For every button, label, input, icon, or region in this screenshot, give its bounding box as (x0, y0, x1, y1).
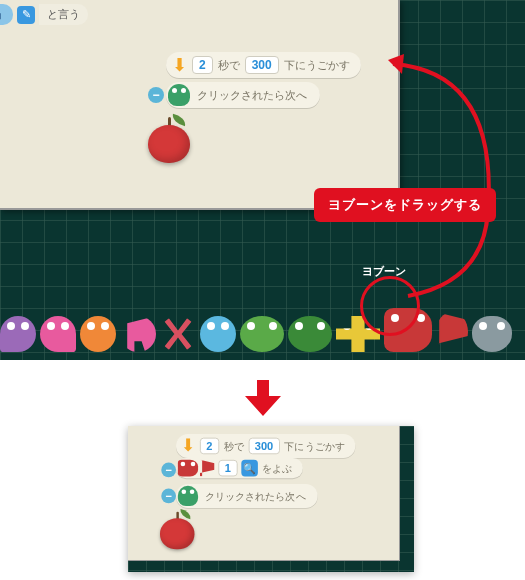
click-label: クリックされたら次へ (197, 88, 307, 103)
apple-sprite[interactable] (160, 510, 198, 551)
distance-input[interactable]: 300 (248, 438, 279, 455)
move-block[interactable]: ⬇ 2 秒で 300 下にうごかす (176, 434, 355, 458)
char-darkgreen-loop[interactable] (288, 316, 332, 352)
call-block[interactable]: − 1 🔍 をよぶ (176, 458, 303, 478)
click-label: クリックされたら次へ (205, 489, 306, 503)
move-tail-label: 下にうごかす (284, 58, 350, 73)
char-clock[interactable] (200, 316, 236, 352)
pencil-icon[interactable]: ✎ (17, 6, 35, 24)
down-arrow-icon: ⬇ (178, 436, 198, 456)
say-block[interactable]: クし..」 ✎ と言う (0, 4, 88, 25)
turtle-icon (168, 84, 190, 106)
script-canvas[interactable]: クし..」 ✎ と言う ⬇ 2 秒で 300 下にうごかす − クリックされたら… (0, 0, 400, 210)
flag-icon (200, 460, 215, 477)
magnifier-icon[interactable]: 🔍 (241, 460, 258, 477)
char-pink-speech[interactable] (40, 316, 76, 352)
down-arrow-icon: ⬇ (168, 54, 190, 76)
apple-body (148, 125, 190, 163)
apple-sprite[interactable] (148, 115, 194, 165)
svg-marker-1 (245, 380, 281, 416)
click-wait-block[interactable]: − クリックされたら次へ (166, 82, 320, 108)
seconds-input[interactable]: 2 (192, 56, 213, 74)
move-tail-label: 下にうごかす (284, 439, 345, 453)
script-canvas-result[interactable]: ⬇ 2 秒で 300 下にうごかす − 1 🔍 をよぶ − クリックされたら次へ (128, 426, 400, 561)
flow-arrow-icon (243, 378, 283, 418)
char-megaphone-yobun[interactable] (384, 308, 432, 352)
say-label: と言う (39, 4, 88, 25)
seconds-label: 秒で (218, 58, 240, 73)
char-mouse[interactable] (472, 316, 512, 352)
move-block[interactable]: ⬇ 2 秒で 300 下にうごかす (166, 52, 361, 78)
instruction-callout: ヨブーンをドラッグする (314, 188, 496, 222)
character-palette (0, 304, 525, 360)
turtle-icon (178, 486, 198, 506)
megaphone-icon (178, 460, 198, 477)
char-purple[interactable] (0, 316, 36, 352)
char-scissors[interactable] (160, 316, 196, 352)
distance-input[interactable]: 300 (245, 56, 279, 74)
char-flag[interactable] (436, 312, 468, 352)
say-text-input[interactable]: クし..」 (0, 4, 13, 25)
count-input[interactable]: 1 (218, 460, 237, 477)
remove-block-button[interactable]: − (161, 463, 176, 478)
char-yellow-plus[interactable] (336, 316, 380, 352)
click-wait-block[interactable]: − クリックされたら次へ (176, 484, 318, 508)
bottom-result-panel: ⬇ 2 秒で 300 下にうごかす − 1 🔍 をよぶ − クリックされたら次へ (128, 426, 414, 572)
char-green-loop[interactable] (240, 316, 284, 352)
apple-body (160, 518, 194, 549)
seconds-label: 秒で (224, 439, 244, 453)
seconds-input[interactable]: 2 (200, 438, 219, 455)
top-editor-panel: クし..」 ✎ と言う ⬇ 2 秒で 300 下にうごかす − クリックされたら… (0, 0, 525, 360)
remove-block-button[interactable]: − (148, 87, 164, 103)
char-orange[interactable] (80, 316, 116, 352)
call-tail-label: をよぶ (262, 461, 292, 475)
yobun-label: ヨブーン (362, 264, 406, 279)
char-note[interactable] (120, 316, 156, 352)
remove-block-button[interactable]: − (161, 489, 176, 504)
apple-leaf (171, 114, 187, 126)
